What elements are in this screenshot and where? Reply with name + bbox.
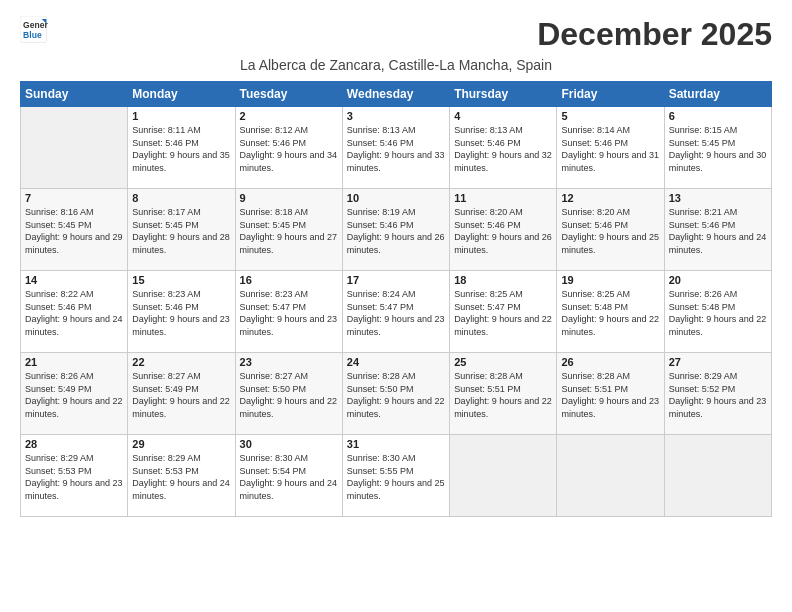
calendar-cell: 12Sunrise: 8:20 AMSunset: 5:46 PMDayligh… [557,189,664,271]
weekday-header-thursday: Thursday [450,82,557,107]
calendar-cell: 21Sunrise: 8:26 AMSunset: 5:49 PMDayligh… [21,353,128,435]
day-number: 3 [347,110,445,122]
calendar-cell [664,435,771,517]
main-container: General Blue December 2025 La Alberca de… [0,0,792,527]
calendar-cell: 8Sunrise: 8:17 AMSunset: 5:45 PMDaylight… [128,189,235,271]
day-number: 30 [240,438,338,450]
day-info: Sunrise: 8:29 AMSunset: 5:52 PMDaylight:… [669,370,767,420]
day-number: 5 [561,110,659,122]
calendar-cell: 5Sunrise: 8:14 AMSunset: 5:46 PMDaylight… [557,107,664,189]
day-number: 27 [669,356,767,368]
calendar-cell: 27Sunrise: 8:29 AMSunset: 5:52 PMDayligh… [664,353,771,435]
day-number: 7 [25,192,123,204]
day-info: Sunrise: 8:29 AMSunset: 5:53 PMDaylight:… [132,452,230,502]
day-number: 25 [454,356,552,368]
day-info: Sunrise: 8:16 AMSunset: 5:45 PMDaylight:… [25,206,123,256]
day-number: 13 [669,192,767,204]
day-info: Sunrise: 8:25 AMSunset: 5:48 PMDaylight:… [561,288,659,338]
day-number: 26 [561,356,659,368]
day-number: 12 [561,192,659,204]
day-number: 9 [240,192,338,204]
day-info: Sunrise: 8:26 AMSunset: 5:48 PMDaylight:… [669,288,767,338]
calendar-cell [21,107,128,189]
day-number: 20 [669,274,767,286]
weekday-header-sunday: Sunday [21,82,128,107]
day-info: Sunrise: 8:28 AMSunset: 5:51 PMDaylight:… [561,370,659,420]
day-number: 22 [132,356,230,368]
weekday-header-monday: Monday [128,82,235,107]
calendar-cell: 31Sunrise: 8:30 AMSunset: 5:55 PMDayligh… [342,435,449,517]
calendar-cell: 7Sunrise: 8:16 AMSunset: 5:45 PMDaylight… [21,189,128,271]
calendar-cell: 16Sunrise: 8:23 AMSunset: 5:47 PMDayligh… [235,271,342,353]
day-info: Sunrise: 8:25 AMSunset: 5:47 PMDaylight:… [454,288,552,338]
calendar-cell: 22Sunrise: 8:27 AMSunset: 5:49 PMDayligh… [128,353,235,435]
day-info: Sunrise: 8:22 AMSunset: 5:46 PMDaylight:… [25,288,123,338]
day-number: 23 [240,356,338,368]
day-info: Sunrise: 8:15 AMSunset: 5:45 PMDaylight:… [669,124,767,174]
calendar-cell: 29Sunrise: 8:29 AMSunset: 5:53 PMDayligh… [128,435,235,517]
day-number: 8 [132,192,230,204]
calendar-cell: 13Sunrise: 8:21 AMSunset: 5:46 PMDayligh… [664,189,771,271]
logo-icon: General Blue [20,16,48,44]
day-number: 31 [347,438,445,450]
calendar-table: SundayMondayTuesdayWednesdayThursdayFrid… [20,81,772,517]
day-info: Sunrise: 8:24 AMSunset: 5:47 PMDaylight:… [347,288,445,338]
month-title: December 2025 [537,16,772,53]
calendar-week-row: 21Sunrise: 8:26 AMSunset: 5:49 PMDayligh… [21,353,772,435]
day-number: 10 [347,192,445,204]
calendar-cell: 23Sunrise: 8:27 AMSunset: 5:50 PMDayligh… [235,353,342,435]
calendar-cell: 6Sunrise: 8:15 AMSunset: 5:45 PMDaylight… [664,107,771,189]
calendar-cell: 4Sunrise: 8:13 AMSunset: 5:46 PMDaylight… [450,107,557,189]
weekday-header-friday: Friday [557,82,664,107]
weekday-header-wednesday: Wednesday [342,82,449,107]
day-number: 16 [240,274,338,286]
calendar-cell: 9Sunrise: 8:18 AMSunset: 5:45 PMDaylight… [235,189,342,271]
weekday-header-row: SundayMondayTuesdayWednesdayThursdayFrid… [21,82,772,107]
day-info: Sunrise: 8:27 AMSunset: 5:49 PMDaylight:… [132,370,230,420]
calendar-cell [557,435,664,517]
calendar-cell: 25Sunrise: 8:28 AMSunset: 5:51 PMDayligh… [450,353,557,435]
calendar-cell: 24Sunrise: 8:28 AMSunset: 5:50 PMDayligh… [342,353,449,435]
day-info: Sunrise: 8:28 AMSunset: 5:50 PMDaylight:… [347,370,445,420]
day-number: 28 [25,438,123,450]
day-info: Sunrise: 8:20 AMSunset: 5:46 PMDaylight:… [454,206,552,256]
calendar-week-row: 28Sunrise: 8:29 AMSunset: 5:53 PMDayligh… [21,435,772,517]
calendar-cell: 2Sunrise: 8:12 AMSunset: 5:46 PMDaylight… [235,107,342,189]
day-number: 4 [454,110,552,122]
day-info: Sunrise: 8:30 AMSunset: 5:54 PMDaylight:… [240,452,338,502]
calendar-cell: 1Sunrise: 8:11 AMSunset: 5:46 PMDaylight… [128,107,235,189]
header: General Blue December 2025 [20,16,772,53]
day-info: Sunrise: 8:12 AMSunset: 5:46 PMDaylight:… [240,124,338,174]
weekday-header-saturday: Saturday [664,82,771,107]
day-info: Sunrise: 8:20 AMSunset: 5:46 PMDaylight:… [561,206,659,256]
day-info: Sunrise: 8:29 AMSunset: 5:53 PMDaylight:… [25,452,123,502]
calendar-cell: 15Sunrise: 8:23 AMSunset: 5:46 PMDayligh… [128,271,235,353]
calendar-cell [450,435,557,517]
calendar-cell: 14Sunrise: 8:22 AMSunset: 5:46 PMDayligh… [21,271,128,353]
day-number: 19 [561,274,659,286]
calendar-cell: 30Sunrise: 8:30 AMSunset: 5:54 PMDayligh… [235,435,342,517]
weekday-header-tuesday: Tuesday [235,82,342,107]
svg-text:General: General [23,20,48,30]
day-number: 6 [669,110,767,122]
day-info: Sunrise: 8:13 AMSunset: 5:46 PMDaylight:… [454,124,552,174]
day-info: Sunrise: 8:17 AMSunset: 5:45 PMDaylight:… [132,206,230,256]
day-number: 1 [132,110,230,122]
day-info: Sunrise: 8:30 AMSunset: 5:55 PMDaylight:… [347,452,445,502]
calendar-cell: 3Sunrise: 8:13 AMSunset: 5:46 PMDaylight… [342,107,449,189]
day-number: 14 [25,274,123,286]
day-info: Sunrise: 8:21 AMSunset: 5:46 PMDaylight:… [669,206,767,256]
logo: General Blue [20,16,48,44]
day-info: Sunrise: 8:18 AMSunset: 5:45 PMDaylight:… [240,206,338,256]
day-number: 29 [132,438,230,450]
calendar-cell: 11Sunrise: 8:20 AMSunset: 5:46 PMDayligh… [450,189,557,271]
day-info: Sunrise: 8:23 AMSunset: 5:46 PMDaylight:… [132,288,230,338]
day-info: Sunrise: 8:23 AMSunset: 5:47 PMDaylight:… [240,288,338,338]
calendar-cell: 10Sunrise: 8:19 AMSunset: 5:46 PMDayligh… [342,189,449,271]
day-number: 2 [240,110,338,122]
day-info: Sunrise: 8:28 AMSunset: 5:51 PMDaylight:… [454,370,552,420]
day-info: Sunrise: 8:14 AMSunset: 5:46 PMDaylight:… [561,124,659,174]
calendar-week-row: 14Sunrise: 8:22 AMSunset: 5:46 PMDayligh… [21,271,772,353]
day-info: Sunrise: 8:19 AMSunset: 5:46 PMDaylight:… [347,206,445,256]
day-number: 18 [454,274,552,286]
